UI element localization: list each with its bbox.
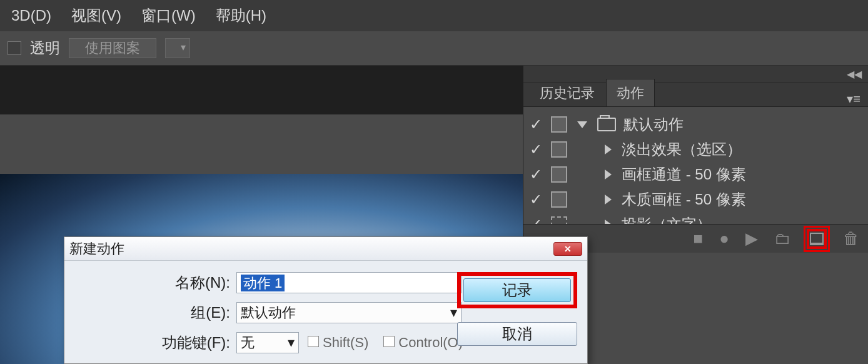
shift-checkbox[interactable] (308, 336, 319, 347)
panel-tabs: 历史记录 动作 ▾≡ (523, 83, 868, 107)
chevron-right-icon (605, 169, 612, 179)
pattern-picker[interactable] (165, 38, 190, 58)
dialog-toggle-icon[interactable] (551, 191, 567, 208)
new-action-button[interactable] (807, 229, 827, 249)
dialog-titlebar[interactable]: 新建动作 ✕ (64, 237, 587, 261)
collapse-icon: ◀◀ (847, 68, 862, 80)
dialog-toggle-icon[interactable] (551, 116, 567, 133)
play-icon[interactable]: ▶ (745, 229, 758, 248)
trash-icon[interactable]: 🗑 (843, 229, 859, 248)
dialog-title: 新建动作 (69, 240, 553, 258)
fkey-select[interactable]: 无▾ (236, 332, 299, 353)
chevron-right-icon (605, 144, 612, 154)
check-icon: ✓ (528, 141, 543, 158)
name-label: 名称(N): (77, 273, 236, 293)
action-row[interactable]: ✓ 木质画框 - 50 像素 (523, 187, 868, 212)
ctrl-checkbox[interactable] (383, 336, 395, 347)
chevron-down-icon (577, 121, 587, 128)
close-button[interactable]: ✕ (553, 242, 582, 256)
options-toolbar: 透明 使用图案 (0, 31, 868, 66)
dialog-toggle-icon[interactable] (551, 166, 567, 183)
action-row[interactable]: ✓ 画框通道 - 50 像素 (523, 162, 868, 187)
action-label: 木质画框 - 50 像素 (622, 190, 746, 210)
stop-icon[interactable]: ■ (694, 229, 704, 248)
folder-icon (597, 118, 616, 131)
transparent-checkbox[interactable] (8, 41, 21, 55)
actions-list: ✓ 默认动作 ✓ 淡出效果（选区） ✓ 画框通道 - 50 像素 ✓ 木质画框 … (523, 107, 868, 237)
action-set-label: 默认动作 (623, 114, 684, 134)
action-label: 画框通道 - 50 像素 (622, 164, 746, 185)
record-button[interactable]: 记录 (463, 278, 571, 302)
name-input[interactable]: 动作 1 (236, 272, 462, 293)
check-icon: ✓ (528, 116, 543, 133)
menu-view[interactable]: 视图(V) (71, 6, 121, 26)
use-pattern-button[interactable]: 使用图案 (69, 38, 156, 58)
record-highlight: 记录 (457, 272, 577, 308)
menubar: 3D(D) 视图(V) 窗口(W) 帮助(H) (0, 0, 868, 31)
fkey-label: 功能键(F): (77, 333, 236, 353)
transparent-label: 透明 (30, 38, 60, 58)
new-folder-icon[interactable]: 🗀 (774, 229, 790, 248)
action-row[interactable]: ✓ 淡出效果（选区） (523, 137, 868, 162)
record-icon[interactable]: ● (719, 229, 729, 248)
ctrl-label: Control(O) (398, 335, 463, 350)
canvas-tabs-bg (0, 66, 523, 114)
cancel-button[interactable]: 取消 (457, 322, 577, 346)
chevron-down-icon: ▾ (288, 335, 295, 351)
menu-window[interactable]: 窗口(W) (141, 6, 196, 26)
shift-label: Shift(S) (323, 335, 368, 350)
group-label: 组(E): (77, 303, 236, 323)
check-icon: ✓ (528, 191, 543, 208)
menu-help[interactable]: 帮助(H) (216, 6, 266, 26)
group-select[interactable]: 默认动作▾ (236, 302, 462, 323)
chevron-down-icon: ▾ (450, 305, 457, 321)
check-icon: ✓ (528, 166, 543, 183)
tab-actions[interactable]: 动作 (606, 79, 655, 106)
dialog-toggle-icon[interactable] (551, 141, 567, 158)
action-set-row[interactable]: ✓ 默认动作 (523, 112, 868, 137)
chevron-right-icon (605, 195, 612, 205)
new-action-icon (810, 233, 824, 245)
tab-history[interactable]: 历史记录 (530, 79, 605, 106)
new-action-dialog: 新建动作 ✕ 名称(N): 动作 1 组(E): 默认动作▾ 功能键(F): 无… (64, 236, 588, 364)
action-label: 淡出效果（选区） (622, 139, 742, 159)
panel-menu-icon[interactable]: ▾≡ (847, 91, 860, 106)
menu-3d[interactable]: 3D(D) (11, 7, 51, 24)
